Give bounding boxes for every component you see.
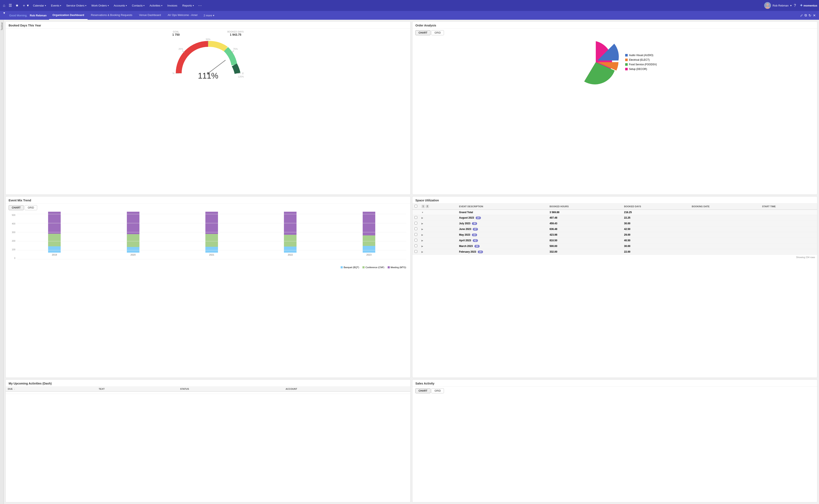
table-row: ▶ June 2023 47 636.48 42.50 — [412, 226, 817, 232]
event-mix-card: Event Mix Trend CHART GRID 500 400 300 2… — [5, 196, 411, 378]
subnav-expand[interactable]: ▾ — [2, 11, 7, 20]
menu-icon[interactable]: ☰ — [7, 2, 13, 9]
sales-toggle-group: CHART GRID — [412, 387, 817, 395]
gauge-svg: 0% 25% 50% 75% 100% 125% — [172, 38, 244, 80]
th-col-nums: 1 2 — [419, 203, 457, 210]
svg-text:75%: 75% — [233, 48, 238, 50]
events-chevron: ▾ — [60, 4, 61, 7]
grand-total-label: Grand Total — [457, 210, 547, 215]
help-icon[interactable]: ? — [793, 2, 797, 9]
bar-label-2021: 2021 — [209, 253, 214, 256]
row-expand[interactable]: ▶ — [421, 217, 423, 219]
bar-chart-area: 500 400 300 200 100 0 — [6, 212, 410, 271]
accounts-chevron: ▾ — [126, 4, 127, 7]
th-text: TEXT — [97, 387, 178, 391]
space-table-header: 1 2 EVENT DESCRIPTION BOOKED HOURS BOOKE… — [412, 203, 817, 210]
user-name: Rob Rebman — [773, 4, 789, 7]
booked-days-card: Booked Days This Year GOAL 1 750 BOOKED … — [5, 21, 411, 195]
more-chevron: ▾ — [213, 14, 214, 17]
th-start-time: START TIME — [760, 203, 817, 210]
legend-conference: Conference (CNF) — [362, 266, 384, 269]
tab-venue-dashboard[interactable]: Venue Dashboard — [136, 11, 164, 20]
row-checkbox[interactable] — [415, 239, 417, 241]
tab-org-dashboard[interactable]: Organization Dashboard — [49, 11, 88, 20]
external-link-icon[interactable]: ⤢ — [800, 13, 803, 17]
th-checkbox — [412, 203, 419, 210]
booked-days-body: GOAL 1 750 BOOKED DAYS 1 943.75 — [6, 29, 410, 82]
nav-calendar[interactable]: Calendar ▾ — [31, 3, 48, 8]
bar-2020: 2020 — [96, 212, 170, 256]
meeting-dot — [388, 266, 390, 268]
nav-service-orders[interactable]: Service Orders ▾ — [64, 3, 88, 8]
bars-wrapper: 2019 2020 — [17, 214, 406, 256]
gauge-wrapper: 0% 25% 50% 75% 100% 125% — [172, 38, 244, 80]
row-checkbox[interactable] — [415, 216, 417, 219]
close-icon[interactable]: ✕ — [813, 13, 816, 17]
bar-2022: 2022 — [253, 212, 327, 256]
sales-chart-button[interactable]: CHART — [415, 388, 431, 393]
row-expand[interactable]: ▶ — [421, 251, 423, 253]
row-checkbox[interactable] — [415, 227, 417, 230]
row-expand[interactable]: ▶ — [421, 234, 423, 236]
order-chart-button[interactable]: CHART — [415, 30, 431, 35]
order-analysis-card: Order Analysis CHART GRID — [412, 21, 817, 195]
th-due: DUE ↕ — [6, 387, 97, 391]
space-table-scroll: 1 2 EVENT DESCRIPTION BOOKED HOURS BOOKE… — [412, 203, 817, 255]
row-checkbox[interactable] — [415, 233, 417, 236]
row-expand[interactable]: ▶ — [421, 245, 423, 247]
upcoming-activities-card: My Upcoming Activities (Dash) DUE ↕ TEXT… — [5, 379, 411, 502]
nav-contacts[interactable]: Contacts ▾ — [130, 3, 147, 8]
add-icon[interactable]: ＋ ▾ — [21, 2, 30, 9]
th-event-desc: EVENT DESCRIPTION — [457, 203, 547, 210]
star-icon[interactable]: ★ — [14, 2, 20, 9]
th-status: STATUS — [178, 387, 283, 391]
reports-chevron: ▾ — [193, 4, 194, 7]
contacts-chevron: ▾ — [143, 4, 144, 7]
event-chart-button[interactable]: CHART — [9, 205, 24, 210]
space-utilization-card: Space Utilization 1 2 EVENT DES — [412, 196, 817, 378]
nav-work-orders[interactable]: Work Orders ▾ — [89, 3, 111, 8]
bar-label-2023: 2023 — [366, 253, 371, 256]
copy-icon[interactable]: ⧉ — [805, 13, 807, 17]
calendar-chevron: ▾ — [45, 4, 46, 7]
select-all-checkbox[interactable] — [415, 205, 417, 207]
avatar — [764, 2, 771, 9]
row-checkbox[interactable] — [415, 250, 417, 253]
tab-av-ops[interactable]: AV Ops Welcome - Amer — [164, 11, 201, 20]
row-checkbox[interactable] — [415, 222, 417, 224]
service-orders-chevron: ▾ — [85, 4, 86, 7]
grand-total-expand[interactable]: ▼ — [421, 211, 424, 214]
sales-grid-button[interactable]: GRID — [431, 388, 444, 393]
goal-group: GOAL 1 750 — [172, 31, 180, 36]
nav-reports[interactable]: Reports ▾ — [180, 3, 196, 8]
refresh-icon[interactable]: ↻ — [809, 13, 811, 17]
showing-rows: Showing 234 rows — [412, 255, 817, 260]
activities-chevron: ▾ — [161, 4, 162, 7]
order-grid-button[interactable]: GRID — [431, 30, 444, 35]
svg-text:111%: 111% — [198, 71, 218, 80]
event-mix-title: Event Mix Trend — [6, 197, 410, 203]
row-expand[interactable]: ▶ — [421, 228, 423, 230]
col-num-2[interactable]: 2 — [426, 205, 429, 208]
row-checkbox[interactable] — [415, 244, 417, 247]
th-account: ACCOUNT — [283, 387, 410, 391]
home-icon[interactable]: ⌂ — [2, 2, 7, 9]
legend-banquet: Banquet (BQT) — [341, 266, 359, 269]
nav-events[interactable]: Events ▾ — [49, 3, 63, 8]
more-icon[interactable]: ⋯ — [197, 2, 203, 9]
nav-activities[interactable]: Activities ▾ — [147, 3, 164, 8]
tab-more[interactable]: 2 more ▾ — [201, 11, 217, 20]
tab-reservations[interactable]: Reservations & Booking Requests — [88, 11, 136, 20]
svg-text:125%: 125% — [238, 75, 244, 78]
svg-text:50%: 50% — [206, 38, 210, 41]
row-expand[interactable]: ▶ — [421, 239, 423, 242]
user-menu[interactable]: Rob Rebman ▾ — [764, 2, 792, 9]
event-mix-toggle: CHART GRID — [6, 203, 410, 212]
col-num-1[interactable]: 1 — [421, 205, 425, 208]
row-expand[interactable]: ▶ — [421, 222, 423, 225]
legend-electrical: Electrical (ELECT) — [625, 58, 657, 61]
event-grid-button[interactable]: GRID — [25, 205, 37, 210]
nav-invoices[interactable]: Invoices — [165, 3, 180, 8]
sidebar-taskbar-label: Taskbar — [1, 22, 3, 30]
nav-accounts[interactable]: Accounts ▾ — [112, 3, 129, 8]
